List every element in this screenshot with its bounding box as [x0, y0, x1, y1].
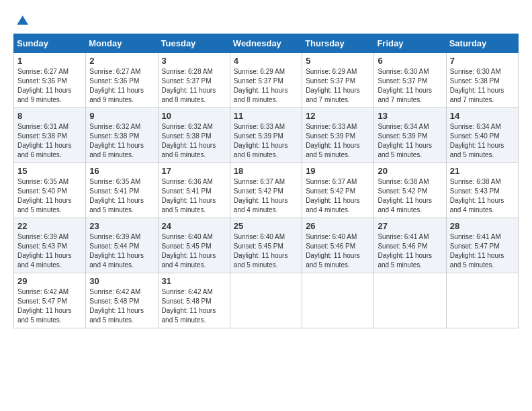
- day-info: Sunrise: 6:35 AM Sunset: 5:40 PM Dayligh…: [17, 177, 82, 215]
- day-number: 11: [234, 111, 298, 121]
- day-number: 19: [306, 166, 370, 176]
- calendar-cell: 14 Sunrise: 6:34 AM Sunset: 5:40 PM Dayl…: [446, 108, 518, 163]
- day-info: Sunrise: 6:28 AM Sunset: 5:37 PM Dayligh…: [162, 67, 226, 105]
- day-number: 18: [234, 166, 298, 176]
- day-info: Sunrise: 6:42 AM Sunset: 5:48 PM Dayligh…: [89, 287, 154, 325]
- day-info: Sunrise: 6:34 AM Sunset: 5:40 PM Dayligh…: [450, 122, 515, 160]
- calendar-cell: [446, 273, 518, 328]
- calendar-header-monday: Monday: [86, 34, 158, 53]
- day-number: 26: [306, 221, 370, 231]
- day-info: Sunrise: 6:40 AM Sunset: 5:46 PM Dayligh…: [306, 232, 370, 270]
- day-info: Sunrise: 6:38 AM Sunset: 5:43 PM Dayligh…: [450, 177, 515, 215]
- calendar-cell: 7 Sunrise: 6:30 AM Sunset: 5:38 PM Dayli…: [446, 53, 518, 108]
- calendar-cell: 2 Sunrise: 6:27 AM Sunset: 5:36 PM Dayli…: [86, 53, 158, 108]
- calendar-week-row: 29 Sunrise: 6:42 AM Sunset: 5:47 PM Dayl…: [14, 273, 519, 328]
- calendar-cell: 18 Sunrise: 6:37 AM Sunset: 5:42 PM Dayl…: [230, 163, 302, 218]
- day-info: Sunrise: 6:33 AM Sunset: 5:39 PM Dayligh…: [234, 122, 298, 160]
- day-number: 3: [162, 56, 226, 66]
- day-info: Sunrise: 6:31 AM Sunset: 5:38 PM Dayligh…: [17, 122, 82, 160]
- calendar-header-row: SundayMondayTuesdayWednesdayThursdayFrid…: [14, 34, 519, 53]
- day-info: Sunrise: 6:35 AM Sunset: 5:41 PM Dayligh…: [89, 177, 154, 215]
- calendar-cell: 22 Sunrise: 6:39 AM Sunset: 5:43 PM Dayl…: [14, 218, 86, 273]
- calendar-cell: 27 Sunrise: 6:41 AM Sunset: 5:46 PM Dayl…: [374, 218, 446, 273]
- day-info: Sunrise: 6:29 AM Sunset: 5:37 PM Dayligh…: [234, 67, 298, 105]
- calendar-week-row: 1 Sunrise: 6:27 AM Sunset: 5:36 PM Dayli…: [14, 53, 519, 108]
- calendar-header-sunday: Sunday: [14, 34, 86, 53]
- day-number: 21: [450, 166, 515, 176]
- calendar-header-thursday: Thursday: [302, 34, 374, 53]
- day-info: Sunrise: 6:30 AM Sunset: 5:38 PM Dayligh…: [450, 67, 515, 105]
- calendar-header-friday: Friday: [374, 34, 446, 53]
- day-number: 24: [162, 221, 226, 231]
- day-number: 22: [17, 221, 82, 231]
- calendar-cell: 8 Sunrise: 6:31 AM Sunset: 5:38 PM Dayli…: [14, 108, 86, 163]
- day-number: 7: [450, 56, 515, 66]
- day-number: 10: [162, 111, 226, 121]
- calendar-week-row: 15 Sunrise: 6:35 AM Sunset: 5:40 PM Dayl…: [14, 163, 519, 218]
- day-info: Sunrise: 6:29 AM Sunset: 5:37 PM Dayligh…: [306, 67, 370, 105]
- day-number: 12: [306, 111, 370, 121]
- day-info: Sunrise: 6:30 AM Sunset: 5:37 PM Dayligh…: [378, 67, 442, 105]
- day-number: 20: [378, 166, 442, 176]
- day-info: Sunrise: 6:39 AM Sunset: 5:44 PM Dayligh…: [89, 232, 154, 270]
- day-number: 15: [17, 166, 82, 176]
- calendar-cell: 1 Sunrise: 6:27 AM Sunset: 5:36 PM Dayli…: [14, 53, 86, 108]
- header: [13, 13, 519, 27]
- day-number: 25: [234, 221, 298, 231]
- day-info: Sunrise: 6:27 AM Sunset: 5:36 PM Dayligh…: [17, 67, 82, 105]
- day-number: 23: [89, 221, 154, 231]
- calendar-cell: 23 Sunrise: 6:39 AM Sunset: 5:44 PM Dayl…: [86, 218, 158, 273]
- day-info: Sunrise: 6:38 AM Sunset: 5:42 PM Dayligh…: [378, 177, 442, 215]
- calendar-cell: 25 Sunrise: 6:40 AM Sunset: 5:45 PM Dayl…: [230, 218, 302, 273]
- calendar-header-saturday: Saturday: [446, 34, 518, 53]
- calendar-cell: 26 Sunrise: 6:40 AM Sunset: 5:46 PM Dayl…: [302, 218, 374, 273]
- calendar-cell: 9 Sunrise: 6:32 AM Sunset: 5:38 PM Dayli…: [86, 108, 158, 163]
- day-number: 5: [306, 56, 370, 66]
- day-info: Sunrise: 6:40 AM Sunset: 5:45 PM Dayligh…: [234, 232, 298, 270]
- calendar-header-wednesday: Wednesday: [230, 34, 302, 53]
- calendar-week-row: 8 Sunrise: 6:31 AM Sunset: 5:38 PM Dayli…: [14, 108, 519, 163]
- calendar-cell: 15 Sunrise: 6:35 AM Sunset: 5:40 PM Dayl…: [14, 163, 86, 218]
- day-number: 2: [89, 56, 154, 66]
- day-number: 30: [89, 276, 154, 286]
- day-info: Sunrise: 6:37 AM Sunset: 5:42 PM Dayligh…: [234, 177, 298, 215]
- day-number: 17: [162, 166, 226, 176]
- day-number: 6: [378, 56, 442, 66]
- calendar-cell: 11 Sunrise: 6:33 AM Sunset: 5:39 PM Dayl…: [230, 108, 302, 163]
- day-info: Sunrise: 6:41 AM Sunset: 5:47 PM Dayligh…: [450, 232, 515, 270]
- day-info: Sunrise: 6:39 AM Sunset: 5:43 PM Dayligh…: [17, 232, 82, 270]
- calendar-cell: 5 Sunrise: 6:29 AM Sunset: 5:37 PM Dayli…: [302, 53, 374, 108]
- day-info: Sunrise: 6:32 AM Sunset: 5:38 PM Dayligh…: [162, 122, 226, 160]
- calendar-cell: 16 Sunrise: 6:35 AM Sunset: 5:41 PM Dayl…: [86, 163, 158, 218]
- day-number: 4: [234, 56, 298, 66]
- day-info: Sunrise: 6:42 AM Sunset: 5:48 PM Dayligh…: [162, 287, 226, 325]
- calendar-cell: 13 Sunrise: 6:34 AM Sunset: 5:39 PM Dayl…: [374, 108, 446, 163]
- day-number: 31: [162, 276, 226, 286]
- day-number: 27: [378, 221, 442, 231]
- calendar-table: SundayMondayTuesdayWednesdayThursdayFrid…: [13, 34, 519, 328]
- calendar-cell: 4 Sunrise: 6:29 AM Sunset: 5:37 PM Dayli…: [230, 53, 302, 108]
- day-number: 14: [450, 111, 515, 121]
- day-number: 28: [450, 221, 515, 231]
- calendar-cell: 3 Sunrise: 6:28 AM Sunset: 5:37 PM Dayli…: [158, 53, 230, 108]
- calendar-cell: 12 Sunrise: 6:33 AM Sunset: 5:39 PM Dayl…: [302, 108, 374, 163]
- calendar-cell: [230, 273, 302, 328]
- day-number: 16: [89, 166, 154, 176]
- day-info: Sunrise: 6:34 AM Sunset: 5:39 PM Dayligh…: [378, 122, 442, 160]
- day-info: Sunrise: 6:36 AM Sunset: 5:41 PM Dayligh…: [162, 177, 226, 215]
- calendar-cell: 30 Sunrise: 6:42 AM Sunset: 5:48 PM Dayl…: [86, 273, 158, 328]
- calendar-cell: 10 Sunrise: 6:32 AM Sunset: 5:38 PM Dayl…: [158, 108, 230, 163]
- calendar-cell: 20 Sunrise: 6:38 AM Sunset: 5:42 PM Dayl…: [374, 163, 446, 218]
- calendar-cell: 19 Sunrise: 6:37 AM Sunset: 5:42 PM Dayl…: [302, 163, 374, 218]
- day-info: Sunrise: 6:27 AM Sunset: 5:36 PM Dayligh…: [89, 67, 154, 105]
- calendar-cell: [374, 273, 446, 328]
- day-info: Sunrise: 6:40 AM Sunset: 5:45 PM Dayligh…: [162, 232, 226, 270]
- day-number: 9: [89, 111, 154, 121]
- day-number: 13: [378, 111, 442, 121]
- calendar-cell: 24 Sunrise: 6:40 AM Sunset: 5:45 PM Dayl…: [158, 218, 230, 273]
- day-info: Sunrise: 6:41 AM Sunset: 5:46 PM Dayligh…: [378, 232, 442, 270]
- calendar-cell: 21 Sunrise: 6:38 AM Sunset: 5:43 PM Dayl…: [446, 163, 518, 218]
- day-info: Sunrise: 6:42 AM Sunset: 5:47 PM Dayligh…: [17, 287, 82, 325]
- day-number: 29: [17, 276, 82, 286]
- calendar-week-row: 22 Sunrise: 6:39 AM Sunset: 5:43 PM Dayl…: [14, 218, 519, 273]
